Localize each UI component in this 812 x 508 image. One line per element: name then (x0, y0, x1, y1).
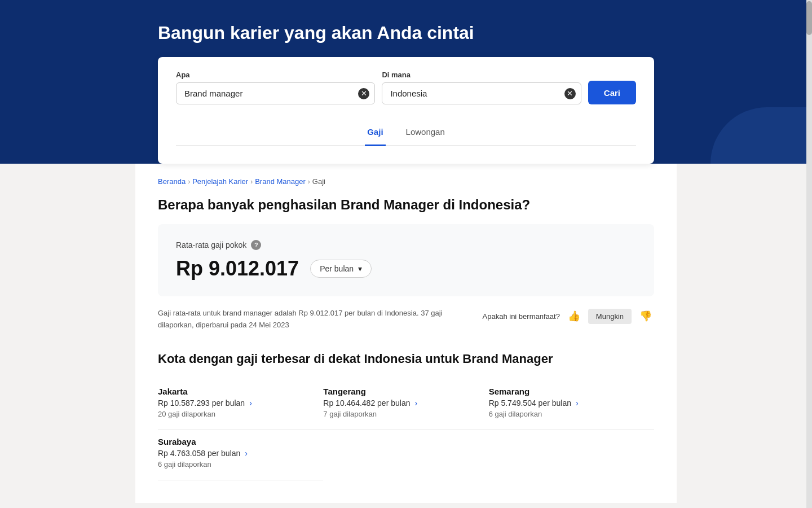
feedback-label: Apakah ini bermanfaat? (483, 312, 560, 321)
city-salary-row-semarang: Rp 5.749.504 per bulan › (489, 398, 654, 408)
breadcrumb-penjelajah[interactable]: Penjelajah Karier (192, 177, 248, 186)
city-salary-semarang: Rp 5.749.504 per bulan (489, 398, 571, 408)
salary-amount: Rp 9.012.017 (176, 257, 299, 281)
city-name-semarang: Semarang (489, 387, 654, 396)
city-salary-row-tangerang: Rp 10.464.482 per bulan › (323, 398, 488, 408)
salary-label: Rata-rata gaji pokok (176, 240, 246, 249)
city-count-semarang: 6 gaji dilaporkan (489, 410, 654, 418)
search-where-wrap: ✕ (382, 82, 581, 104)
search-where-field: Di mana ✕ (382, 71, 581, 104)
hero-title: Bangun karier yang akan Anda cintai (158, 23, 654, 43)
period-select[interactable]: Per bulan ▾ (310, 260, 372, 278)
maybe-button[interactable]: Mungkin (588, 309, 632, 324)
cities-grid: Jakarta Rp 10.587.293 per bulan › 20 gaj… (158, 380, 654, 480)
city-salary-row-surabaya: Rp 4.763.058 per bulan › (158, 449, 323, 458)
city-salary-surabaya: Rp 4.763.058 per bulan (158, 449, 240, 458)
clear-where-button[interactable]: ✕ (564, 88, 576, 99)
city-item-semarang: Semarang Rp 5.749.504 per bulan › 6 gaji… (489, 380, 654, 430)
search-what-field: Apa ✕ (176, 71, 375, 104)
city-item-jakarta: Jakarta Rp 10.587.293 per bulan › 20 gaj… (158, 380, 323, 430)
thumbs-up-button[interactable]: 👍 (566, 308, 582, 325)
tabs-row: Gaji Lowongan (176, 111, 636, 146)
search-what-input[interactable] (176, 82, 375, 104)
search-what-label: Apa (176, 71, 375, 79)
hero-section: Bangun karier yang akan Anda cintai Apa … (0, 0, 812, 164)
breadcrumb: Beranda › Penjelajah Karier › Brand Mana… (158, 177, 654, 186)
thumbs-down-button[interactable]: 👎 (637, 308, 654, 325)
scrollbar[interactable] (806, 0, 812, 508)
salary-label-row: Rata-rata gaji pokok ? (176, 240, 636, 250)
city-item-surabaya: Surabaya Rp 4.763.058 per bulan › 6 gaji… (158, 430, 323, 480)
main-content: Beranda › Penjelajah Karier › Brand Mana… (135, 164, 677, 503)
breadcrumb-beranda[interactable]: Beranda (158, 177, 186, 186)
clear-what-button[interactable]: ✕ (358, 88, 369, 99)
city-salary-jakarta: Rp 10.587.293 per bulan (158, 398, 245, 408)
salary-info-text: Gaji rata-rata untuk brand manager adala… (158, 308, 465, 331)
search-card: Apa ✕ Di mana ✕ Cari Gaji (158, 57, 654, 164)
city-count-jakarta: 20 gaji dilaporkan (158, 410, 323, 418)
tab-gaji[interactable]: Gaji (365, 122, 385, 146)
city-name-tangerang: Tangerang (323, 387, 488, 396)
breadcrumb-sep-3: › (308, 178, 310, 186)
scrollbar-thumb[interactable] (806, 1, 812, 35)
chevron-down-icon: ▾ (358, 264, 362, 273)
period-label: Per bulan (320, 264, 354, 273)
help-icon[interactable]: ? (251, 240, 261, 250)
breadcrumb-sep-1: › (188, 178, 190, 186)
city-name-jakarta: Jakarta (158, 387, 323, 396)
feedback-row: Apakah ini bermanfaat? 👍 Mungkin 👎 (483, 308, 654, 325)
search-button[interactable]: Cari (588, 81, 636, 104)
salary-card: Rata-rata gaji pokok ? Rp 9.012.017 Per … (158, 224, 654, 296)
search-where-input[interactable] (382, 82, 581, 104)
search-what-wrap: ✕ (176, 82, 375, 104)
chevron-right-icon-semarang[interactable]: › (576, 398, 579, 408)
salary-amount-row: Rp 9.012.017 Per bulan ▾ (176, 257, 636, 281)
search-row: Apa ✕ Di mana ✕ Cari (176, 71, 636, 104)
city-salary-row-jakarta: Rp 10.587.293 per bulan › (158, 398, 323, 408)
cities-heading: Kota dengan gaji terbesar di dekat Indon… (158, 352, 654, 366)
info-row: Gaji rata-rata untuk brand manager adala… (158, 308, 654, 331)
city-salary-tangerang: Rp 10.464.482 per bulan (323, 398, 410, 408)
chevron-right-icon-tangerang[interactable]: › (414, 398, 417, 408)
city-name-surabaya: Surabaya (158, 437, 323, 446)
tab-lowongan[interactable]: Lowongan (404, 122, 447, 146)
breadcrumb-gaji: Gaji (312, 177, 325, 186)
chevron-right-icon-surabaya[interactable]: › (245, 449, 248, 458)
city-count-tangerang: 7 gaji dilaporkan (323, 410, 488, 418)
page-heading: Berapa banyak penghasilan Brand Manager … (158, 197, 654, 213)
search-where-label: Di mana (382, 71, 581, 79)
city-count-surabaya: 6 gaji dilaporkan (158, 460, 323, 468)
city-item-tangerang: Tangerang Rp 10.464.482 per bulan › 7 ga… (323, 380, 488, 430)
chevron-right-icon-jakarta[interactable]: › (249, 398, 252, 408)
breadcrumb-brand-manager[interactable]: Brand Manager (255, 177, 306, 186)
breadcrumb-sep-2: › (250, 178, 253, 186)
